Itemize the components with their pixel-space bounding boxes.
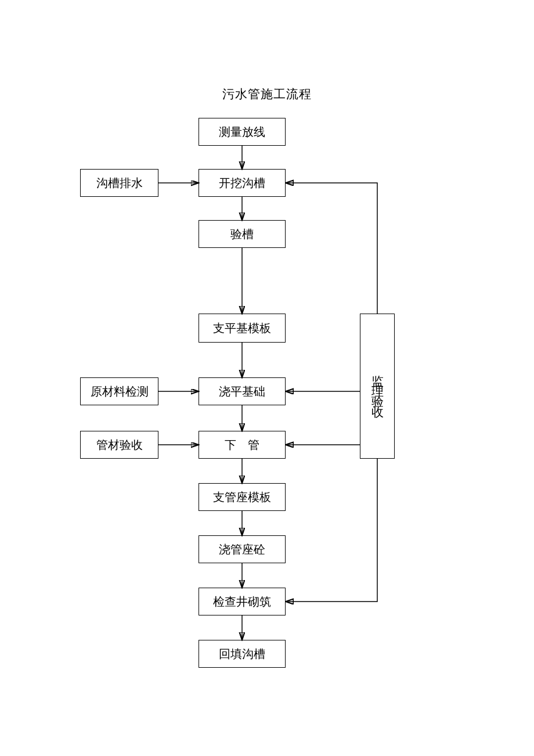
node-inspect-trench: 验槽 [199, 220, 286, 248]
node-supervision-acceptance: 监理验收 [360, 314, 395, 459]
node-backfill-trench: 回填沟槽 [199, 640, 286, 668]
node-pour-pipe-seat: 浇管座砼 [199, 535, 286, 563]
node-measure-layout: 测量放线 [199, 118, 286, 146]
node-excavate-trench: 开挖沟槽 [199, 169, 286, 197]
diagram-title: 污水管施工流程 [0, 86, 534, 102]
node-flat-base-formwork: 支平基模板 [199, 314, 286, 343]
node-pipe-acceptance: 管材验收 [80, 431, 158, 459]
node-pipe-seat-formwork: 支管座模板 [199, 483, 286, 511]
node-manhole-masonry: 检查井砌筑 [199, 588, 286, 615]
node-lower-pipe: 下 管 [199, 431, 286, 459]
node-pour-flat-base: 浇平基础 [199, 377, 286, 405]
node-trench-drainage: 沟槽排水 [80, 169, 158, 197]
node-material-test: 原材料检测 [80, 377, 158, 405]
flowchart-canvas: 污水管施工流程 测量放线 开挖沟槽 验槽 支平基模板 浇平基础 下 管 支管座模… [0, 0, 534, 756]
